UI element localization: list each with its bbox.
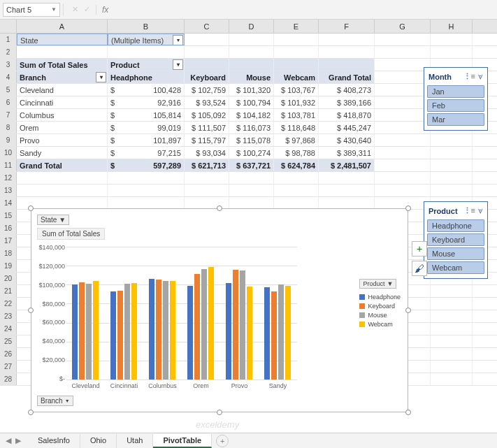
cancel-icon[interactable]: ✕ <box>72 5 78 14</box>
bar[interactable] <box>194 274 200 380</box>
pivot-col-header[interactable]: Headphone <box>108 71 185 83</box>
bar[interactable] <box>131 283 137 380</box>
filter-dropdown-icon[interactable]: ▾ <box>173 59 183 70</box>
bar[interactable] <box>93 281 99 380</box>
pivot-data-cell[interactable]: $ 104,182 <box>229 109 274 121</box>
pivot-data-cell[interactable]: $ 97,868 <box>274 134 319 146</box>
sheet-tab[interactable]: SalesInfo <box>28 434 80 448</box>
bar[interactable] <box>124 284 130 380</box>
col-header[interactable]: A <box>17 20 108 33</box>
pivot-row-label[interactable]: Orem <box>17 122 108 133</box>
pivot-data-cell[interactable]: $ 102,759 <box>185 84 229 96</box>
pivot-data-cell[interactable]: $105,814 <box>108 109 185 121</box>
pivot-data-cell[interactable]: $ 389,166 <box>319 96 375 108</box>
filter-dropdown-icon[interactable]: ▾ <box>173 35 183 45</box>
row-header[interactable]: 24 <box>0 323 17 335</box>
pivot-row-label[interactable]: Columbus <box>17 109 108 121</box>
pivot-data-cell[interactable]: $ 111,507 <box>185 122 229 133</box>
pivot-col-header[interactable]: Webcam <box>274 71 319 83</box>
col-header[interactable]: H <box>431 20 473 33</box>
pivot-data-cell[interactable]: $92,916 <box>108 96 185 108</box>
bar[interactable] <box>163 281 168 380</box>
bar[interactable] <box>86 284 92 380</box>
grand-total-cell[interactable]: $ 624,784 <box>274 159 319 171</box>
multi-select-icon[interactable]: ⋮≡ <box>463 206 475 215</box>
pivot-chart[interactable]: + 🖌 State ▼ Sum of Total Sales $140,000 … <box>31 208 408 412</box>
grand-total-cell[interactable]: $ 621,713 <box>185 159 229 171</box>
legend-item[interactable]: Webcam <box>359 321 401 328</box>
row-header[interactable]: 17 <box>0 235 17 247</box>
row-header[interactable]: 13 <box>0 185 17 196</box>
slicer-item[interactable]: Webcam <box>427 261 484 274</box>
pivot-data-cell[interactable]: $ 93,524 <box>185 96 229 108</box>
bar[interactable] <box>208 267 214 380</box>
bar[interactable] <box>240 270 245 380</box>
pivot-col-header[interactable]: Mouse <box>229 71 274 83</box>
row-header[interactable]: 18 <box>0 247 17 259</box>
plot-area[interactable] <box>66 247 297 380</box>
pivot-data-cell[interactable]: $ 408,273 <box>319 84 375 96</box>
row-header[interactable]: 11 <box>0 159 17 171</box>
name-box[interactable]: Chart 5 ▼ <box>3 3 60 17</box>
row-header[interactable]: 14 <box>0 197 17 209</box>
pivot-data-cell[interactable]: $97,215 <box>108 147 185 159</box>
row-header[interactable]: 22 <box>0 298 17 310</box>
bar[interactable] <box>117 291 123 380</box>
col-header[interactable]: D <box>229 20 274 33</box>
pivot-data-cell[interactable]: $ 101,932 <box>274 96 319 108</box>
select-all-corner[interactable] <box>0 20 17 33</box>
grand-total-cell[interactable]: $ 2,481,507 <box>319 159 375 171</box>
pivot-row-field[interactable]: Branch ▾ <box>17 71 108 83</box>
row-header[interactable]: 27 <box>0 361 17 373</box>
row-header[interactable]: 5 <box>0 84 17 96</box>
filter-field-value[interactable]: (Multiple Items) ▾ <box>108 34 185 45</box>
add-sheet-button[interactable]: + <box>216 435 229 447</box>
filter-field-label[interactable]: State <box>17 34 108 45</box>
sheet-tab[interactable]: PivotTable <box>153 434 212 448</box>
pivot-row-label[interactable]: Cleveland <box>17 84 108 96</box>
pivot-data-cell[interactable]: $ 98,788 <box>274 147 319 159</box>
tab-nav-prev-icon[interactable]: ◀ <box>6 436 11 445</box>
legend-item[interactable]: Mouse <box>359 312 401 319</box>
legend-field-button[interactable]: Product ▼ <box>359 279 396 289</box>
slicer-item[interactable]: Headphone <box>427 219 484 232</box>
grand-total-label[interactable]: Grand Total <box>17 159 108 171</box>
bar[interactable] <box>110 291 116 380</box>
row-header[interactable]: 1 <box>0 34 17 45</box>
pivot-col-header[interactable]: Grand Total <box>319 71 375 83</box>
row-header[interactable]: 20 <box>0 273 17 284</box>
pivot-data-cell[interactable]: $101,897 <box>108 134 185 146</box>
bar[interactable] <box>278 284 284 380</box>
col-header[interactable]: C <box>185 20 229 33</box>
row-header[interactable]: 7 <box>0 109 17 121</box>
bar[interactable] <box>187 286 193 380</box>
bar[interactable] <box>233 270 238 380</box>
pivot-data-cell[interactable]: $ 105,092 <box>185 109 229 121</box>
legend-item[interactable]: Keyboard <box>359 303 401 310</box>
pivot-row-label[interactable]: Sandy <box>17 147 108 159</box>
bar[interactable] <box>271 291 277 380</box>
slicer-item[interactable]: Feb <box>427 99 484 112</box>
row-header[interactable]: 16 <box>0 222 17 234</box>
pivot-data-cell[interactable]: $ 93,034 <box>185 147 229 159</box>
col-header[interactable]: E <box>274 20 319 33</box>
chart-branch-filter-button[interactable]: Branch ▼ <box>37 396 73 406</box>
sheet-tab[interactable]: Utah <box>117 434 153 448</box>
pivot-data-cell[interactable]: $ 100,274 <box>229 147 274 159</box>
slicer-item[interactable]: Keyboard <box>427 233 484 246</box>
bar[interactable] <box>79 282 85 380</box>
bar[interactable] <box>201 269 207 380</box>
pivot-col-field[interactable]: Product ▾ <box>108 59 185 71</box>
slicer-item[interactable]: Jan <box>427 85 484 98</box>
pivot-data-cell[interactable]: $ 101,320 <box>229 84 274 96</box>
row-header[interactable]: 15 <box>0 210 17 222</box>
row-header[interactable]: 12 <box>0 172 17 184</box>
row-header[interactable]: 19 <box>0 260 17 272</box>
row-header[interactable]: 10 <box>0 147 17 159</box>
pivot-data-cell[interactable]: $ 430,640 <box>319 134 375 146</box>
pivot-row-label[interactable]: Provo <box>17 134 108 146</box>
col-header[interactable]: F <box>319 20 375 33</box>
pivot-data-cell[interactable]: $ 389,311 <box>319 147 375 159</box>
legend-item[interactable]: Headphone <box>359 294 401 301</box>
chart-elements-button[interactable]: + <box>412 241 427 256</box>
